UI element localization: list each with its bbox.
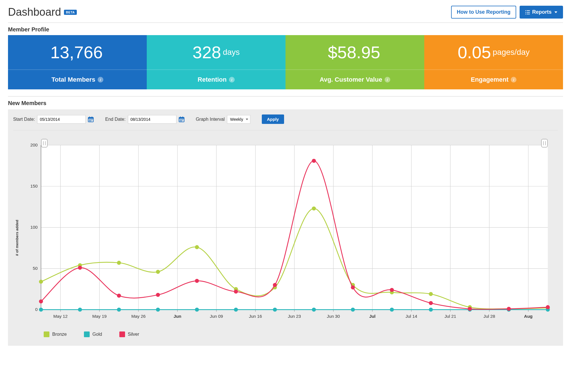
svg-text:150: 150 [30,184,37,188]
end-date-group: End Date: [105,115,184,124]
svg-text:Aug: Aug [524,314,533,319]
tile-value: $58.95 [286,35,424,69]
svg-rect-22 [180,120,181,121]
header-buttons: How to Use Reporting Reports [451,6,563,19]
tile-label: Engagement [471,76,508,83]
svg-text:Jun 09: Jun 09 [210,314,223,319]
svg-rect-10 [89,119,90,120]
legend-label: Bronze [52,332,67,337]
svg-text:Jul: Jul [369,314,375,319]
info-icon[interactable]: i [385,77,390,83]
legend-label: Silver [128,332,139,337]
svg-text:Jul 21: Jul 21 [445,314,456,319]
info-icon[interactable]: i [229,77,235,83]
zoom-handle-icon[interactable] [41,139,47,147]
svg-point-94 [195,308,199,312]
chart-legend: Bronze Gold Silver [21,326,558,337]
svg-point-80 [195,245,199,249]
tile-unit: pages/day [493,48,530,57]
svg-rect-12 [92,119,93,120]
new-members-heading: New Members [8,100,563,106]
svg-point-111 [312,159,316,163]
divider [8,23,563,23]
legend-item-bronze[interactable]: Bronze [44,331,67,337]
tile-retention[interactable]: 328 days Retention i [147,35,286,89]
svg-point-112 [351,286,355,290]
svg-rect-18 [182,116,183,118]
svg-point-109 [234,290,238,294]
svg-text:200: 200 [30,142,37,147]
svg-point-110 [273,283,277,287]
tile-label-row: Total Members i [8,69,147,89]
svg-text:Jul 28: Jul 28 [484,314,495,319]
member-profile-heading: Member Profile [8,26,563,33]
svg-text:Jun: Jun [174,314,181,319]
svg-point-91 [78,308,82,312]
tile-engagement[interactable]: 0.05 pages/day Engagement i [424,35,563,89]
new-members-chart[interactable]: 050100150200May 12May 19May 26JunJun 09J… [21,138,558,326]
tile-label-row: Engagement i [424,69,563,89]
svg-point-79 [156,270,160,274]
caret-down-icon [554,11,557,13]
svg-point-93 [156,308,160,312]
info-icon[interactable]: i [98,77,103,83]
svg-text:0: 0 [35,307,37,312]
tile-value: 328 days [147,35,286,69]
tile-value: 0.05 pages/day [424,35,563,69]
calendar-icon[interactable] [88,116,94,122]
reports-menu-button[interactable]: Reports [520,6,563,19]
svg-point-95 [234,308,238,312]
apply-button[interactable]: Apply [262,114,284,124]
svg-text:Jul 14: Jul 14 [405,314,417,319]
svg-rect-13 [89,120,90,121]
svg-rect-121 [541,139,547,147]
svg-rect-8 [89,116,90,118]
page-title: Dashboard [8,6,61,18]
end-date-input[interactable] [128,115,176,124]
svg-point-96 [273,308,277,312]
svg-rect-17 [180,116,181,118]
svg-rect-9 [92,116,92,118]
svg-rect-118 [41,139,47,147]
svg-text:May 12: May 12 [53,314,68,319]
tile-total-members[interactable]: 13,766 Total Members i [8,35,147,89]
tile-label: Total Members [51,76,95,83]
tile-label-row: Retention i [147,69,286,89]
member-profile-tiles: 13,766 Total Members i 328 days Retentio… [8,35,563,89]
svg-point-90 [39,308,43,312]
svg-rect-0 [525,10,526,11]
svg-rect-7 [88,117,93,119]
beta-badge: BETA [64,10,77,15]
how-to-use-reporting-button[interactable]: How to Use Reporting [451,6,516,19]
svg-rect-20 [181,119,182,120]
legend-item-gold[interactable]: Gold [84,331,102,337]
select-wrap: Weekly [227,115,250,124]
graph-interval-select[interactable]: Weekly [227,115,250,124]
start-date-input[interactable] [37,115,86,124]
graph-interval-group: Graph Interval Weekly [196,115,250,124]
svg-point-99 [390,308,394,312]
info-icon[interactable]: i [511,77,516,83]
svg-rect-19 [180,119,181,120]
legend-swatch [84,331,90,337]
apply-label: Apply [267,117,279,122]
svg-point-107 [156,293,160,297]
zoom-handle-icon[interactable] [541,139,547,147]
svg-point-100 [429,308,433,312]
svg-rect-1 [527,10,530,11]
calendar-icon[interactable] [179,116,184,122]
tile-value-text: 13,766 [50,43,103,62]
tile-avg-customer-value[interactable]: $58.95 Avg. Customer Value i [286,35,424,89]
tile-value-text: 328 [192,43,221,62]
tile-value-text: $58.95 [328,43,380,62]
svg-point-105 [78,266,82,270]
svg-text:100: 100 [30,225,37,230]
svg-point-104 [39,299,43,303]
tile-label: Retention [198,76,226,83]
svg-rect-23 [181,120,182,121]
legend-label: Gold [93,332,102,337]
svg-rect-21 [182,119,183,120]
svg-rect-16 [179,117,184,119]
legend-item-silver[interactable]: Silver [119,331,139,337]
start-date-label: Start Date: [13,117,35,122]
